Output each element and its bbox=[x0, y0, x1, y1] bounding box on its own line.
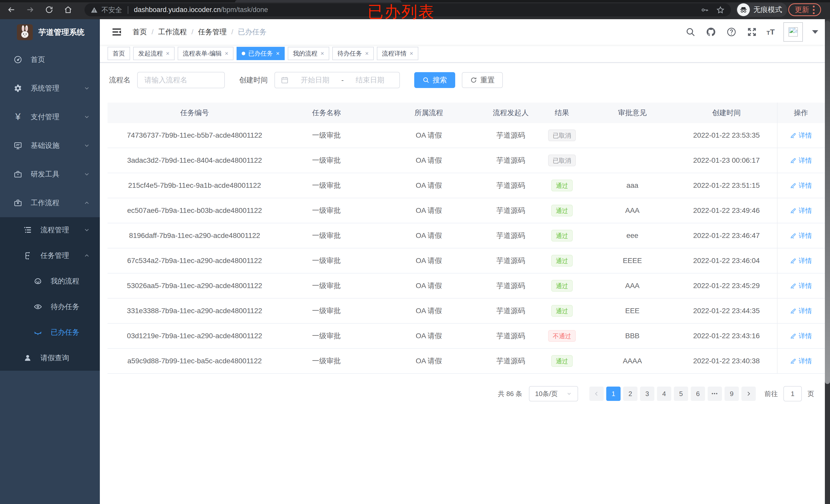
end-date-placeholder: 结束日期 bbox=[346, 75, 394, 85]
fullscreen-icon[interactable] bbox=[746, 26, 758, 38]
help-icon[interactable] bbox=[726, 26, 737, 38]
close-icon[interactable]: × bbox=[321, 51, 324, 57]
close-icon[interactable]: × bbox=[225, 51, 228, 57]
detail-link[interactable]: 详情 bbox=[790, 156, 812, 165]
breadcrumb-home[interactable]: 首页 bbox=[133, 27, 147, 37]
sidebar-item-label: 我的流程 bbox=[51, 276, 79, 286]
cell-comment: AAA bbox=[589, 206, 676, 215]
detail-link[interactable]: 详情 bbox=[790, 332, 812, 340]
tab-process-detail[interactable]: 流程详情× bbox=[377, 47, 418, 60]
search-icon[interactable] bbox=[684, 26, 696, 38]
detail-link[interactable]: 详情 bbox=[790, 357, 812, 366]
toolbox-icon bbox=[13, 169, 23, 179]
table-row: 331e3388-7b9a-11ec-a290-acde48001122 一级审… bbox=[107, 299, 825, 324]
goto-page-input[interactable] bbox=[784, 386, 802, 401]
browser-back-button[interactable] bbox=[6, 4, 17, 15]
edit-icon bbox=[790, 282, 797, 289]
prev-page-button[interactable] bbox=[589, 387, 604, 401]
sidebar-logo[interactable]: 芋道管理系统 bbox=[0, 19, 100, 45]
cell-task-name: 一级审批 bbox=[282, 281, 371, 291]
sidebar-item-label: 首页 bbox=[31, 55, 45, 64]
font-size-icon[interactable]: TT bbox=[767, 28, 775, 36]
scrollbar[interactable] bbox=[825, 19, 830, 504]
sidebar-item-infrastructure[interactable]: 基础设施 bbox=[0, 131, 100, 160]
yen-icon: ¥ bbox=[13, 112, 23, 122]
detail-link[interactable]: 详情 bbox=[790, 206, 812, 215]
close-icon[interactable]: × bbox=[166, 51, 169, 57]
sidebar-item-task-management[interactable]: 任务管理 bbox=[0, 243, 100, 268]
tab-todo-tasks[interactable]: 待办任务× bbox=[332, 47, 374, 60]
tab-done-tasks[interactable]: 已办任务× bbox=[236, 47, 285, 60]
security-label[interactable]: 不安全 bbox=[101, 5, 122, 14]
detail-link[interactable]: 详情 bbox=[790, 181, 812, 190]
sidebar-item-system[interactable]: 系统管理 bbox=[0, 74, 100, 103]
tab-my-process[interactable]: 我的流程× bbox=[288, 47, 329, 60]
sidebar-toggle-icon[interactable] bbox=[111, 26, 122, 38]
screen: 不安全 dashboard.yudao.iocoder.cn/bpm/task/… bbox=[0, 0, 830, 504]
sidebar-item-label: 任务管理 bbox=[40, 251, 69, 261]
bookmark-star-icon[interactable] bbox=[716, 6, 725, 14]
app-title: 芋道管理系统 bbox=[38, 27, 85, 38]
sidebar-item-done-tasks[interactable]: 已办任务 bbox=[0, 320, 100, 345]
detail-link[interactable]: 详情 bbox=[790, 281, 812, 290]
edit-icon bbox=[790, 307, 797, 314]
filter-bar: 流程名 创建时间 开始日期 - 结束日期 搜索 bbox=[109, 72, 825, 88]
chevron-right-icon bbox=[745, 391, 752, 397]
scrollbar-thumb[interactable] bbox=[825, 21, 830, 384]
tab-form-edit[interactable]: 流程表单-编辑× bbox=[178, 47, 233, 60]
tab-home[interactable]: 首页 bbox=[107, 47, 130, 60]
navbar: 首页 / 工作流程 / 任务管理 / 已办任务 bbox=[100, 19, 825, 45]
sidebar-item-home[interactable]: 首页 bbox=[0, 45, 100, 74]
page-size-select[interactable]: 10条/页 bbox=[529, 386, 578, 401]
start-date-placeholder: 开始日期 bbox=[291, 75, 339, 85]
detail-link[interactable]: 详情 bbox=[790, 256, 812, 265]
detail-link[interactable]: 详情 bbox=[790, 306, 812, 315]
sidebar-item-workflow[interactable]: 工作流程 bbox=[0, 189, 100, 217]
chevron-down-icon bbox=[84, 142, 90, 149]
sidebar-item-payment[interactable]: ¥ 支付管理 bbox=[0, 103, 100, 131]
browser-home-button[interactable] bbox=[62, 4, 74, 15]
browser-reload-button[interactable] bbox=[43, 4, 55, 15]
sidebar-item-process-management[interactable]: 流程管理 bbox=[0, 217, 100, 243]
page-button-6[interactable]: 6 bbox=[691, 387, 705, 401]
browser-menu-icon[interactable] bbox=[813, 6, 815, 14]
process-name-input[interactable] bbox=[137, 72, 225, 88]
date-range-picker[interactable]: 开始日期 - 结束日期 bbox=[275, 72, 400, 88]
process-name-label: 流程名 bbox=[109, 75, 131, 85]
page-button-2[interactable]: 2 bbox=[623, 387, 637, 401]
avatar[interactable] bbox=[784, 22, 803, 42]
user-icon bbox=[23, 353, 33, 363]
page-button-1[interactable]: 1 bbox=[606, 387, 620, 401]
sidebar-item-label: 支付管理 bbox=[31, 112, 59, 122]
password-key-icon[interactable] bbox=[701, 6, 709, 14]
avatar-caret-icon[interactable] bbox=[812, 30, 818, 34]
detail-link[interactable]: 详情 bbox=[790, 231, 812, 240]
page-button-5[interactable]: 5 bbox=[674, 387, 688, 401]
search-button[interactable]: 搜索 bbox=[414, 72, 455, 88]
cell-created: 2022-01-22 23:43:16 bbox=[676, 332, 777, 340]
cell-comment: EEEE bbox=[589, 257, 676, 265]
reset-button[interactable]: 重置 bbox=[462, 72, 503, 88]
sidebar-item-todo-tasks[interactable]: 待办任务 bbox=[0, 294, 100, 320]
close-icon[interactable]: × bbox=[276, 51, 280, 57]
sidebar-item-dev-tools[interactable]: 研发工具 bbox=[0, 160, 100, 189]
browser-update-button[interactable]: 更新 bbox=[788, 3, 821, 16]
page-button-4[interactable]: 4 bbox=[657, 387, 671, 401]
github-icon[interactable] bbox=[705, 26, 717, 38]
close-icon[interactable]: × bbox=[365, 51, 369, 57]
browser-forward-button[interactable] bbox=[25, 4, 36, 15]
workflow-submenu: 流程管理 任务管理 bbox=[0, 217, 100, 371]
status-badge: 通过 bbox=[551, 179, 573, 191]
sidebar-item-leave-query[interactable]: 请假查询 bbox=[0, 345, 100, 371]
more-pages-button[interactable]: ••• bbox=[708, 387, 722, 401]
status-badge: 通过 bbox=[551, 230, 573, 241]
next-page-button[interactable] bbox=[741, 387, 756, 401]
detail-link[interactable]: 详情 bbox=[790, 131, 812, 140]
tab-start-process[interactable]: 发起流程× bbox=[133, 47, 174, 60]
close-icon[interactable]: × bbox=[410, 51, 413, 57]
page-button-9[interactable]: 9 bbox=[725, 387, 739, 401]
sidebar-item-label: 研发工具 bbox=[31, 169, 59, 179]
page-button-3[interactable]: 3 bbox=[640, 387, 655, 401]
sidebar-item-my-process[interactable]: 我的流程 bbox=[0, 268, 100, 294]
cell-task-name: 一级审批 bbox=[282, 156, 371, 165]
